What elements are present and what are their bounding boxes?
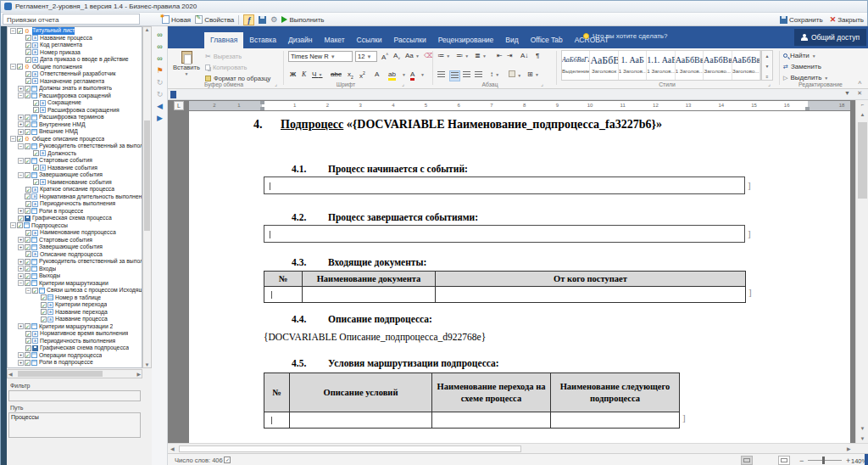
expand-icon[interactable]: + bbox=[18, 259, 24, 265]
checkbox[interactable] bbox=[25, 259, 31, 265]
tree-item[interactable]: +Критерии маршрутизации 2 bbox=[8, 323, 142, 331]
scroll-right-icon[interactable]: ▶ bbox=[136, 371, 141, 377]
line-spacing-icon[interactable]: ↕ ▼ bbox=[490, 70, 499, 78]
tree-item[interactable]: aНазвание перехода bbox=[8, 309, 142, 317]
collapse-icon[interactable]: − bbox=[10, 28, 16, 34]
tab-дизайн[interactable]: Дизайн bbox=[282, 32, 319, 48]
tree-item[interactable]: +Стартовые события bbox=[8, 237, 142, 244]
checkbox[interactable] bbox=[25, 273, 31, 279]
doc-table[interactable]: №Описание условийНаименование перехода н… bbox=[264, 373, 680, 429]
tree-item[interactable]: aСокращение bbox=[8, 99, 142, 107]
style-item[interactable]: 1. АаБ1 Заголов... bbox=[619, 51, 647, 80]
style-item[interactable]: АаБбВвГгВыделение bbox=[562, 51, 590, 80]
tree-item[interactable]: Номер в таблице bbox=[8, 294, 142, 302]
prev-icon[interactable]: ◀ bbox=[154, 101, 165, 111]
doc-table-cell[interactable] bbox=[436, 287, 746, 303]
search-icon[interactable]: ∞ bbox=[154, 42, 165, 52]
checkbox[interactable] bbox=[25, 208, 31, 214]
tree-item[interactable]: +Должны знать и выполнять bbox=[8, 85, 142, 92]
fields-button[interactable]: ƒ bbox=[243, 14, 254, 25]
checkbox[interactable] bbox=[25, 323, 31, 329]
justify-icon[interactable] bbox=[475, 71, 482, 79]
superscript-icon[interactable]: x2 bbox=[359, 70, 365, 80]
next-page-icon[interactable]: ▼ bbox=[856, 436, 868, 441]
checkbox[interactable] bbox=[25, 115, 31, 120]
search-first-icon[interactable]: ∞ bbox=[154, 30, 165, 40]
scroll-left-icon[interactable]: ◀ bbox=[8, 371, 13, 377]
tab-главная[interactable]: Главная bbox=[204, 32, 243, 48]
doc-table-data-row[interactable] bbox=[264, 287, 746, 303]
collapse-icon[interactable]: − bbox=[18, 172, 24, 178]
checkbox[interactable] bbox=[25, 338, 31, 344]
checkbox[interactable] bbox=[25, 158, 31, 164]
checkbox[interactable] bbox=[25, 193, 31, 199]
highlight-color-icon[interactable]: ab bbox=[388, 70, 396, 81]
checkbox[interactable] bbox=[25, 360, 31, 366]
collapse-icon[interactable]: − bbox=[18, 280, 24, 286]
tree-item[interactable]: +Роли в процессе bbox=[8, 208, 142, 216]
collapse-icon[interactable]: − bbox=[10, 222, 16, 228]
next-icon[interactable]: ▶ bbox=[154, 113, 165, 123]
cut-button[interactable]: ✂Вырезать bbox=[205, 53, 242, 60]
font-size-combo[interactable]: 12 ▼ bbox=[355, 51, 377, 62]
checkbox[interactable] bbox=[25, 251, 31, 257]
styles-scroll[interactable]: ▲▼≡ bbox=[761, 50, 773, 81]
checkbox[interactable] bbox=[25, 92, 31, 98]
tree-item[interactable]: aОписание подпроцесса bbox=[8, 251, 142, 259]
tabbar-close-icon[interactable]: ✕ bbox=[857, 90, 862, 97]
content-control-box[interactable] bbox=[264, 176, 745, 194]
checkbox[interactable] bbox=[17, 136, 23, 142]
print-layout-view-icon[interactable] bbox=[741, 456, 753, 465]
expand-icon[interactable]: + bbox=[18, 86, 24, 92]
tree-item[interactable]: −Критерии маршрутизации bbox=[8, 280, 142, 288]
doc-vscroll-thumb[interactable] bbox=[858, 122, 867, 199]
tree-item[interactable]: −{}Титульный лист bbox=[8, 27, 142, 35]
tree-item[interactable]: −Расшифровка сокращений bbox=[8, 92, 142, 100]
checkbox[interactable] bbox=[25, 49, 31, 55]
tree-item[interactable]: Графическая схема процесса bbox=[8, 215, 142, 222]
proofing-icon[interactable] bbox=[224, 457, 231, 463]
tree-item[interactable]: aНормативное время выполнения bbox=[8, 330, 142, 338]
expand-icon[interactable]: + bbox=[18, 115, 24, 120]
style-item[interactable]: АаБбВв1 Заголов... bbox=[676, 51, 704, 80]
tab-макет[interactable]: Макет bbox=[319, 32, 351, 48]
checkbox[interactable] bbox=[25, 352, 31, 358]
tree-item[interactable]: aНазначение регламента bbox=[8, 78, 142, 86]
style-item[interactable]: 1.1. АаБ1 Заголов... bbox=[647, 51, 675, 80]
collapse-icon[interactable]: − bbox=[18, 92, 24, 98]
checkbox[interactable] bbox=[25, 230, 31, 236]
save-template-button[interactable] bbox=[259, 16, 266, 24]
tree-item[interactable]: −{}Общие положения bbox=[8, 64, 142, 71]
checkbox[interactable] bbox=[33, 179, 39, 185]
decrease-indent-icon[interactable]: ⇤ bbox=[497, 52, 503, 59]
collapse-icon[interactable]: − bbox=[18, 158, 24, 164]
scroll-up-icon[interactable]: ▲ bbox=[143, 27, 151, 32]
zoom-slider-thumb[interactable] bbox=[822, 457, 825, 464]
shading-icon[interactable]: ▼ bbox=[509, 70, 521, 79]
tree-item[interactable]: −Завершающие события bbox=[8, 171, 142, 179]
checkbox[interactable] bbox=[25, 187, 31, 193]
checkbox[interactable] bbox=[33, 107, 39, 113]
checkbox[interactable] bbox=[32, 288, 38, 294]
scroll-right-icon[interactable]: ▶ bbox=[847, 445, 851, 451]
checkbox[interactable] bbox=[25, 172, 31, 178]
share-button[interactable]: Общий доступ bbox=[794, 29, 866, 46]
collapse-icon[interactable]: − bbox=[18, 143, 24, 149]
expand-icon[interactable]: + bbox=[18, 323, 24, 329]
checkbox[interactable] bbox=[17, 222, 23, 228]
doc-table-cell[interactable] bbox=[264, 412, 290, 429]
tree-item[interactable]: aНаименование события bbox=[8, 179, 142, 187]
checkbox[interactable] bbox=[25, 57, 31, 63]
tree-item[interactable]: −{}Общее описание процесса bbox=[8, 136, 142, 143]
scroll-left-icon[interactable]: ◀ bbox=[170, 445, 175, 451]
tree-hscroll-thumb[interactable] bbox=[18, 371, 103, 377]
checkbox[interactable] bbox=[25, 42, 31, 48]
close-button[interactable]: ✕Закрыть bbox=[830, 15, 864, 24]
tree-item[interactable]: +Руководитель ответственный за выполнени… bbox=[8, 258, 142, 266]
doc-table-cell[interactable] bbox=[551, 412, 680, 429]
replace-button[interactable]: ⇄Заменить bbox=[783, 63, 821, 70]
style-item[interactable]: АаБбВвГЗаголово... bbox=[732, 51, 760, 80]
tree-item[interactable]: aКраткое описание процесса bbox=[8, 186, 142, 193]
checkbox[interactable] bbox=[25, 345, 31, 351]
borders-icon[interactable]: ⊞ ▼ bbox=[527, 70, 539, 78]
